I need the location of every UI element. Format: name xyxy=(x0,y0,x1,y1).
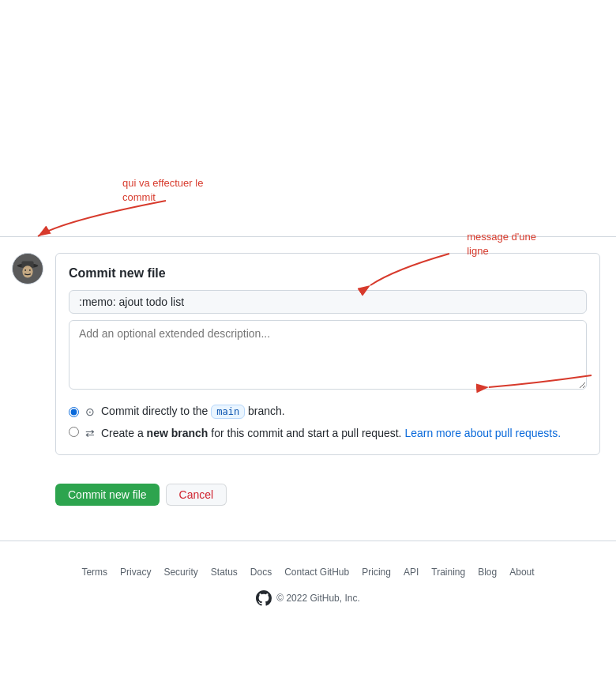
commit-message-input[interactable] xyxy=(69,290,587,314)
branch-option-pr[interactable]: ⇄ Create a new branch for this commit an… xyxy=(69,425,587,442)
github-logo xyxy=(256,590,272,606)
commit-button[interactable]: Commit new file xyxy=(55,484,160,506)
editor-area: qui va effectuer lecommit xyxy=(0,0,616,237)
copyright-text: © 2022 GitHub, Inc. xyxy=(276,593,360,604)
arrow-branch xyxy=(584,344,616,391)
actions-section: Commit new file Cancel xyxy=(0,471,616,525)
commit-description-textarea[interactable] xyxy=(69,320,587,390)
footer-link-about[interactable]: About xyxy=(509,567,534,578)
footer-link-api[interactable]: API xyxy=(404,567,419,578)
commit-title: Commit new file xyxy=(69,266,587,281)
new-branch-bold: new branch xyxy=(147,427,208,439)
footer-link-blog[interactable]: Blog xyxy=(478,567,497,578)
learn-more-link[interactable]: Learn more about pull requests. xyxy=(404,427,561,439)
branch-direct-label[interactable]: Commit directly to the main branch. xyxy=(101,405,285,419)
svg-point-5 xyxy=(24,269,26,271)
commit-section: message d'uneligne Commit new file dans … xyxy=(0,237,616,471)
cancel-button[interactable]: Cancel xyxy=(166,484,227,506)
svg-point-4 xyxy=(22,266,32,277)
branch-options: ⊙ Commit directly to the main branch. ⇄ … xyxy=(69,405,587,442)
footer: TermsPrivacySecurityStatusDocsContact Gi… xyxy=(0,541,616,625)
svg-point-6 xyxy=(29,269,31,271)
footer-link-privacy[interactable]: Privacy xyxy=(120,567,151,578)
branch-option-direct[interactable]: ⊙ Commit directly to the main branch. xyxy=(69,405,587,419)
branch-name-tag: main xyxy=(211,405,245,419)
footer-link-security[interactable]: Security xyxy=(163,567,197,578)
footer-links: TermsPrivacySecurityStatusDocsContact Gi… xyxy=(16,567,600,578)
footer-link-terms[interactable]: Terms xyxy=(81,567,107,578)
footer-link-pricing[interactable]: Pricing xyxy=(362,567,391,578)
footer-link-contact-github[interactable]: Contact GitHub xyxy=(284,567,349,578)
avatar-image xyxy=(13,253,43,284)
footer-link-training[interactable]: Training xyxy=(431,567,465,578)
pull-request-text: Create a new branch for this commit and … xyxy=(101,425,587,442)
branch-direct-radio[interactable] xyxy=(69,407,79,417)
commit-box: message d'uneligne Commit new file dans … xyxy=(55,253,600,455)
footer-link-status[interactable]: Status xyxy=(211,567,238,578)
footer-copyright: © 2022 GitHub, Inc. xyxy=(16,590,600,606)
branch-direct-icon: ⊙ xyxy=(85,405,95,418)
branch-pr-radio[interactable] xyxy=(69,427,79,437)
branch-pr-icon: ⇄ xyxy=(85,427,95,439)
footer-link-docs[interactable]: Docs xyxy=(250,567,272,578)
arrow-who-commits xyxy=(0,0,316,236)
annotation-who-commits: qui va effectuer lecommit xyxy=(122,176,203,205)
avatar xyxy=(12,253,43,284)
